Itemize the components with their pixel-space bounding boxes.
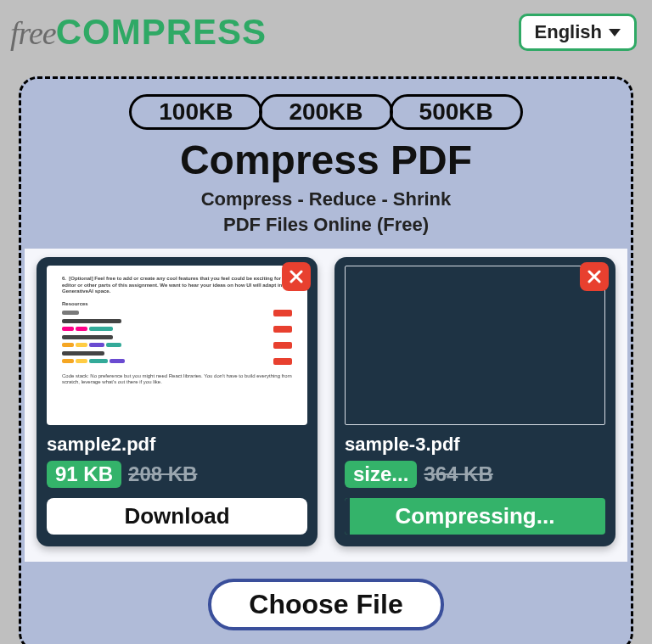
remove-file-button[interactable] [282,262,311,291]
preset-200kb[interactable]: 200KB [259,94,392,130]
preset-100kb[interactable]: 100KB [129,94,262,130]
size-presets: 100KB 200KB 500KB [28,94,624,130]
subtitle-line-1: Compress - Reduce - Shrink [28,187,624,212]
download-button[interactable]: Download [47,498,307,535]
remove-file-button[interactable] [580,262,609,291]
preset-500kb[interactable]: 500KB [390,94,523,130]
logo-compress: COMPRESS [56,12,267,52]
file-thumbnail-empty [345,266,605,425]
header: freeCOMPRESS English [0,0,652,64]
logo-free: free [10,15,56,51]
logo: freeCOMPRESS [10,12,267,53]
close-icon [587,270,601,283]
file-name: sample-3.pdf [345,434,605,456]
file-card: sample-3.pdf size... 364 KB Compressing.… [334,257,615,546]
compressed-size-badge: size... [345,461,417,488]
close-icon [289,270,303,283]
chevron-down-icon [609,29,621,36]
compressing-status-button[interactable]: Compressing... [345,498,605,535]
file-name: sample2.pdf [47,434,307,456]
language-selector[interactable]: English [519,14,637,51]
page-subtitle: Compress - Reduce - Shrink PDF Files Onl… [28,187,624,237]
file-size-row: size... 364 KB [345,461,605,488]
file-cards-row: 6. [Optional] Feel free to add or create… [25,249,627,562]
original-size: 364 KB [424,462,492,486]
main-panel: 100KB 200KB 500KB Compress PDF Compress … [19,76,633,644]
file-size-row: 91 KB 208 KB [47,461,307,488]
file-thumbnail: 6. [Optional] Feel free to add or create… [47,266,307,425]
compressed-size-badge: 91 KB [47,461,121,488]
page-title: Compress PDF [28,137,624,183]
original-size: 208 KB [128,462,197,486]
subtitle-line-2: PDF Files Online (Free) [28,212,624,238]
language-label: English [535,21,602,43]
file-card: 6. [Optional] Feel free to add or create… [37,257,318,546]
choose-file-button[interactable]: Choose File [208,579,443,630]
